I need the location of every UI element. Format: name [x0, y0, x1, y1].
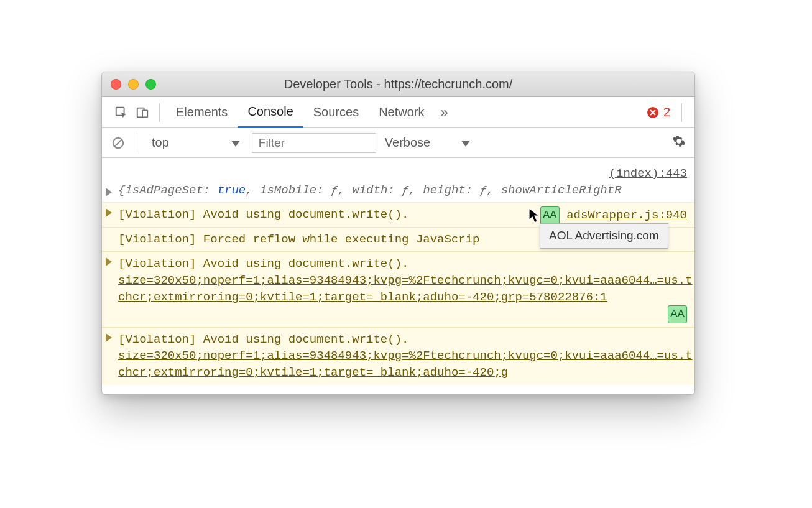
badge-tooltip: AOL Advertising.com [540, 223, 668, 249]
titlebar: Developer Tools - https://techcrunch.com… [102, 72, 694, 97]
level-label: Verbose [385, 136, 430, 150]
settings-icon[interactable] [672, 134, 686, 151]
warning-text: [Violation] Avoid using document.write()… [118, 257, 408, 270]
separator [681, 103, 682, 122]
disclose-icon[interactable] [106, 208, 112, 217]
filter-input[interactable] [252, 133, 376, 153]
window-title: Developer Tools - https://techcrunch.com… [102, 77, 694, 91]
zoom-window-button[interactable] [145, 79, 156, 90]
console-row: (index):443 [102, 158, 694, 182]
error-count[interactable]: 2 [663, 105, 670, 119]
third-party-badge[interactable]: AA [540, 206, 560, 224]
console-row: {isAdPageSet: true, isMobile: ƒ, width: … [102, 182, 694, 203]
separator [159, 103, 160, 122]
warning-text: [Violation] Avoid using document.write()… [118, 208, 408, 221]
warning-text: [Violation] Avoid using document.write()… [118, 333, 408, 346]
third-party-badge[interactable]: AA [668, 305, 687, 323]
tab-console[interactable]: Console [238, 97, 303, 128]
console-filterbar: top Verbose [102, 128, 694, 158]
devtools-window: Developer Tools - https://techcrunch.com… [101, 72, 695, 395]
level-select[interactable]: Verbose [385, 136, 470, 150]
minimize-window-button[interactable] [128, 79, 139, 90]
error-icon[interactable] [647, 107, 658, 118]
tab-network[interactable]: Network [369, 97, 434, 128]
more-tabs-icon[interactable]: » [435, 104, 454, 121]
console-row-warning: [Violation] Avoid using document.write()… [102, 252, 694, 327]
devtools-tabbar: Elements Console Sources Network » 2 [102, 97, 694, 128]
tab-sources[interactable]: Sources [303, 97, 369, 128]
tab-elements[interactable]: Elements [166, 97, 238, 128]
source-link[interactable]: (index):443 [609, 167, 687, 180]
source-link[interactable]: adsWrapper.js:940 [566, 208, 687, 222]
warning-text: [Violation] Forced reflow while executin… [118, 233, 480, 246]
disclose-icon[interactable] [106, 188, 112, 196]
inspect-element-icon[interactable] [111, 106, 132, 119]
disclose-icon[interactable] [106, 333, 112, 342]
traffic-lights [111, 79, 156, 90]
request-url-link[interactable]: size=320x50;noperf=1;alias=93484943;kvpg… [118, 274, 693, 304]
object-preview[interactable]: {isAdPageSet: true, isMobile: ƒ, width: … [118, 183, 622, 197]
context-label: top [152, 136, 169, 150]
clear-console-icon[interactable] [111, 136, 126, 150]
separator [137, 134, 137, 152]
device-toggle-icon[interactable] [132, 106, 153, 119]
request-url-link[interactable]: size=320x50;noperf=1;alias=93484943;kvpg… [118, 349, 693, 379]
console-output: (index):443 {isAdPageSet: true, isMobile… [102, 158, 694, 394]
close-window-button[interactable] [111, 79, 121, 90]
context-select[interactable]: top [149, 134, 243, 152]
dropdown-icon [231, 136, 240, 150]
dropdown-icon [461, 136, 470, 150]
svg-rect-2 [142, 110, 147, 117]
disclose-icon[interactable] [106, 257, 112, 266]
console-row-warning: [Violation] Avoid using document.write()… [102, 328, 694, 385]
